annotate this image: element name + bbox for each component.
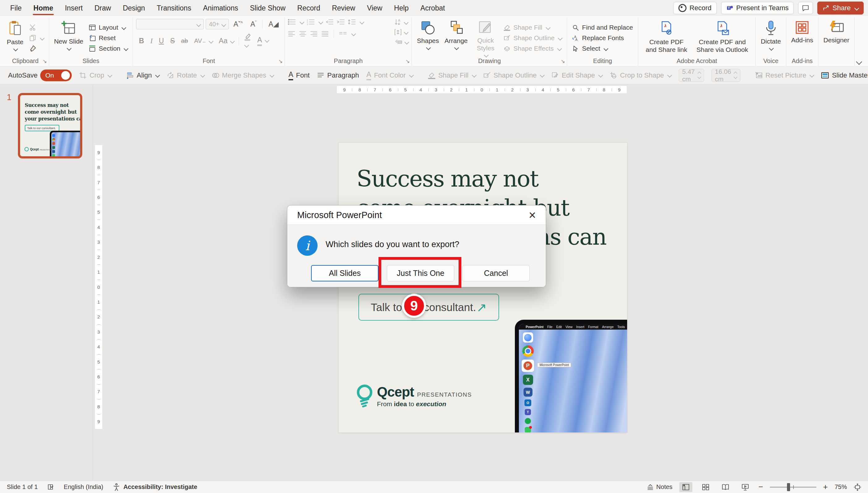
menu-item-record[interactable]: Record [291,0,326,16]
reading-view-button[interactable] [719,482,732,492]
create-pdf-share-link-button[interactable]: λ Create PDF and Share link [644,19,689,58]
clipboard-dialog-launcher[interactable]: ↘ [42,58,47,65]
columns-icon[interactable] [339,30,347,37]
menu-item-slide-show[interactable]: Slide Show [244,0,291,16]
reset-button[interactable]: Reset [87,33,129,43]
edit-shape-button[interactable]: Edit Shape [551,71,602,79]
new-slide-button[interactable]: New Slide [52,19,85,58]
share-button[interactable]: Share [817,2,864,15]
autosave-toggle[interactable]: On [40,69,72,81]
dictate-button[interactable]: Dictate [759,19,783,58]
slide-1-thumbnail[interactable]: Success may not come overnight but your … [18,93,82,158]
designer-button[interactable]: Designer [822,19,851,58]
shape-height-field[interactable]: 5.47 cm [679,69,704,82]
present-in-teams-button[interactable]: T Present in Teams [721,2,794,14]
zoom-out-button[interactable]: − [759,482,763,492]
zoom-level[interactable]: 75% [834,484,847,491]
reset-picture-button[interactable]: Reset Picture [755,71,813,79]
record-button[interactable]: Record [673,2,717,14]
slide-cta-button[interactable]: Talk to our consultant. ↗ [358,294,499,321]
menu-item-transitions[interactable]: Transitions [151,0,197,16]
menu-item-acrobat[interactable]: Acrobat [415,0,451,16]
font-color-button[interactable]: A [255,35,271,47]
decrease-font-button[interactable]: Aˇ [248,19,259,29]
find-replace-button[interactable]: Find and Replace [570,23,635,33]
menu-item-help[interactable]: Help [388,0,415,16]
rotate-button[interactable]: Rotate [167,71,204,79]
arrange-button[interactable]: Arrange [443,19,470,58]
shapes-button[interactable]: Shapes [415,19,441,58]
bullets-dropdown[interactable] [300,19,305,24]
align-text-dropdown[interactable] [404,30,409,35]
replace-fonts-button[interactable]: AA Replace Fonts [570,33,635,43]
columns-dropdown[interactable] [351,31,356,36]
all-slides-button[interactable]: All Slides [311,265,379,281]
paragraph-dialog-launcher[interactable]: ↘ [405,58,410,65]
fit-to-window-icon[interactable] [854,484,861,491]
collapse-ribbon-button[interactable] [856,59,861,64]
shape-width-field[interactable]: 16.06 cm [711,69,741,82]
font-color-button-toolbar[interactable]: A Font Color [366,70,413,80]
align-left-icon[interactable] [288,30,295,37]
format-painter-button[interactable] [27,44,46,53]
italic-button[interactable]: I [147,37,156,46]
horizontal-ruler[interactable]: 9876543210123456789 [337,86,627,93]
laptop-image[interactable]: PowerPointFileEditViewInsertFormatArrang… [515,320,627,432]
paste-button[interactable]: Paste [5,19,25,58]
clear-formatting-button[interactable]: A◢ [266,19,281,29]
menu-item-review[interactable]: Review [326,0,361,16]
create-pdf-share-outlook-button[interactable]: λ Create PDF and Share via Outlook [694,19,750,58]
normal-view-button[interactable] [679,482,692,492]
menu-item-file[interactable]: File [4,0,27,16]
quick-styles-button[interactable]: Quick Styles [471,19,500,58]
shape-effects-button[interactable]: Shape Effects [502,44,564,53]
comments-button[interactable] [798,2,813,14]
slideshow-view-button[interactable] [739,482,752,492]
line-spacing-icon[interactable] [348,19,356,25]
strikethrough-button[interactable]: ab [178,37,191,45]
crop-to-shape-button[interactable]: Crop to Shape [610,71,671,79]
addins-button[interactable]: Add-ins [789,19,815,58]
copy-button[interactable] [27,33,46,43]
align-text-icon[interactable] [394,28,402,36]
highlight-color-button[interactable] [241,32,254,50]
align-right-icon[interactable] [310,30,318,37]
shape-fill-button-toolbar[interactable]: Shape Fill [428,71,476,79]
layout-button[interactable]: Layout [87,23,129,33]
autosave-control[interactable]: AutoSave On [8,69,72,81]
smartart-dropdown[interactable] [404,40,409,44]
notes-button[interactable]: Notes [647,484,672,491]
character-spacing-button[interactable]: AV↔ [191,37,216,45]
align-center-icon[interactable] [299,30,306,37]
change-case-button[interactable]: Aa [216,36,237,46]
select-button[interactable]: Select [570,44,635,53]
underline-button[interactable]: U [156,36,167,46]
menu-item-design[interactable]: Design [117,0,151,16]
vertical-ruler[interactable]: 9876543210123456789 [95,145,103,429]
bullets-icon[interactable] [288,19,296,25]
menu-item-insert[interactable]: Insert [59,0,89,16]
menu-item-animations[interactable]: Animations [197,0,244,16]
shadow-strike-button[interactable]: S [167,36,178,46]
paragraph-button[interactable]: Paragraph [317,71,359,79]
increase-font-button[interactable]: Aˇ˄ [231,19,246,29]
font-button[interactable]: A Font [288,70,309,80]
crop-button[interactable]: Crop [79,71,112,79]
menu-item-draw[interactable]: Draw [89,0,117,16]
slide-sorter-view-button[interactable] [699,482,712,492]
shape-outline-button-toolbar[interactable]: Shape Outline [483,71,544,79]
menu-item-home[interactable]: Home [27,0,59,16]
shape-outline-button[interactable]: Shape Outline [502,33,564,43]
bold-button[interactable]: B [136,36,147,46]
zoom-in-button[interactable]: + [823,482,828,492]
cancel-button[interactable]: Cancel [462,265,530,281]
increase-indent-icon[interactable] [337,19,345,25]
section-button[interactable]: Section [87,44,129,53]
zoom-slider-thumb[interactable] [787,483,790,491]
merge-shapes-button[interactable]: Merge Shapes [212,71,274,79]
slide-master-button[interactable]: Slide Master [821,71,868,79]
text-direction-icon[interactable]: A [394,19,402,26]
shape-fill-button[interactable]: Shape Fill [502,23,564,33]
close-icon[interactable]: × [529,209,536,221]
font-name-combo[interactable] [136,19,203,29]
